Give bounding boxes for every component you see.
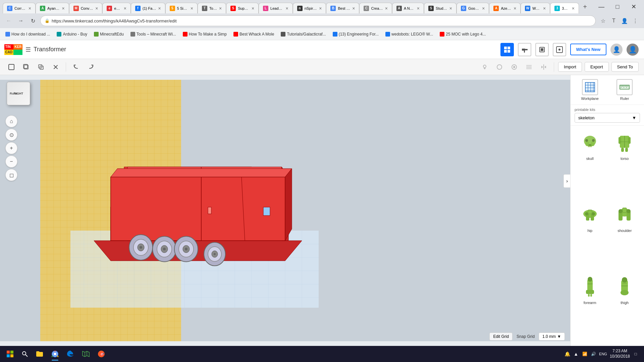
tab-close-best[interactable]: ×	[352, 6, 355, 11]
shape-icon[interactable]	[493, 61, 505, 73]
export-button[interactable]: Export	[585, 62, 609, 72]
tab-close-leader[interactable]: ×	[285, 6, 288, 11]
snap-grid-dropdown[interactable]: 1.0 mm ▼	[539, 333, 565, 341]
tab-best[interactable]: B Best P... ×	[326, 3, 359, 13]
tab-close-ayan[interactable]: ×	[62, 6, 64, 11]
cube-face-right[interactable]: Ruler RIGHT	[7, 82, 30, 105]
tab-googl[interactable]: G Googl... ×	[457, 3, 489, 13]
tab-azert[interactable]: A Azert... ×	[489, 3, 521, 13]
tab-ayan[interactable]: A Ayan -... ×	[36, 3, 69, 13]
extension-icon[interactable]: ⋮	[631, 16, 640, 25]
tab-close-fb[interactable]: ×	[158, 6, 161, 11]
tab-creat[interactable]: C Creati... ×	[359, 3, 392, 13]
kits-dropdown[interactable]: skeleton ▼	[575, 113, 640, 123]
tinkercad-logo[interactable]: TIN KER CAD	[5, 43, 21, 56]
tab-close-3d[interactable]: ×	[572, 6, 575, 11]
profile-icon[interactable]: 👤	[620, 16, 629, 25]
bookmark-item[interactable]: How do I download ...	[3, 31, 53, 38]
grid-view-button[interactable]	[500, 43, 514, 56]
view-cube[interactable]: Ruler RIGHT	[7, 82, 34, 109]
taskbar-extra-app[interactable]: 🎯	[94, 347, 109, 361]
bookmark-item[interactable]: Tutorials/Galacticraf...	[278, 31, 328, 38]
select-tool[interactable]	[5, 61, 17, 73]
taskbar-language[interactable]: ENG	[599, 352, 607, 356]
tab-corr[interactable]: C Correl... ×	[3, 3, 36, 13]
close-button[interactable]: ✕	[626, 1, 641, 12]
taskbar-search-button[interactable]	[19, 348, 31, 360]
tab-ebay[interactable]: e eBay ×	[102, 3, 131, 13]
undo-tool[interactable]	[70, 61, 82, 73]
tab-leader[interactable]: L Leader... ×	[259, 3, 293, 13]
part-shoulder[interactable]: shoulder	[608, 200, 642, 271]
tab-close-world[interactable]: ×	[543, 6, 546, 11]
bookmark-item[interactable]: MinecraftEdu	[91, 31, 126, 38]
taskbar-file-explorer[interactable]	[32, 347, 47, 361]
tab-close-tools[interactable]: ×	[219, 6, 222, 11]
zoom-out-button[interactable]: −	[5, 156, 17, 168]
part-forearm[interactable]: forearm	[573, 273, 607, 343]
delete-tool[interactable]	[50, 61, 62, 73]
tab-tools[interactable]: T Tools ×	[198, 3, 226, 13]
workplane-tool[interactable]: Workplane	[575, 79, 605, 101]
bookmark-icon[interactable]: ☆	[598, 16, 608, 25]
maximize-button[interactable]: □	[610, 1, 625, 12]
import-button[interactable]: Import	[558, 62, 582, 72]
tab-close-simp[interactable]: ×	[191, 6, 193, 11]
tab-close-azert[interactable]: ×	[514, 6, 516, 11]
taskbar-edge[interactable]	[63, 347, 78, 361]
bookmark-item[interactable]: 25 MOC with Lego 4...	[437, 31, 488, 38]
redo-tool[interactable]	[85, 61, 97, 73]
tab-close-stude[interactable]: ×	[449, 6, 452, 11]
tab-simp[interactable]: 5 5 Sim... ×	[165, 3, 198, 13]
taskbar-volume-icon[interactable]: 🔊	[590, 351, 596, 357]
tab-close-super[interactable]: ×	[252, 6, 254, 11]
perspective-button[interactable]: ◻	[5, 169, 17, 181]
bookmark-item[interactable]: wedobots: LEGO® W...	[383, 31, 436, 38]
bookmark-item[interactable]: How To Make a Simp	[180, 31, 229, 38]
whats-new-button[interactable]: What's New	[570, 44, 606, 55]
tab-3d[interactable]: 3 3D ... ×	[550, 3, 579, 13]
tab-close-nspire[interactable]: ×	[319, 6, 322, 11]
hammer-view-button[interactable]	[518, 43, 531, 56]
light-icon[interactable]	[479, 61, 491, 73]
tab-close-corr[interactable]: ×	[29, 6, 31, 11]
taskbar-maps[interactable]	[78, 347, 93, 361]
mirror-icon[interactable]	[538, 61, 550, 73]
canvas-area[interactable]: Ruler RIGHT ⌂ ⊙ + − ◻	[0, 75, 570, 346]
new-tab-button[interactable]: +	[580, 2, 590, 11]
tab-close-anot[interactable]: ×	[417, 6, 420, 11]
tab-stude[interactable]: S Stude... ×	[424, 3, 457, 13]
taskbar-notification-icon[interactable]: 🔔	[564, 351, 570, 357]
translate-icon[interactable]: T	[609, 16, 619, 25]
tab-anot[interactable]: A A Not... ×	[392, 3, 424, 13]
part-torso[interactable]: torso	[608, 128, 642, 199]
align-icon[interactable]	[523, 61, 535, 73]
part-skull[interactable]: skull	[573, 128, 607, 199]
taskbar-action-center-icon[interactable]: □	[633, 351, 639, 357]
menu-icon[interactable]: ☰	[25, 46, 31, 53]
panel-collapse-button[interactable]: ›	[564, 174, 570, 188]
zoom-in-button[interactable]: +	[5, 142, 17, 154]
duplicate-tool[interactable]	[35, 61, 47, 73]
tab-fb[interactable]: f (1) Fac... ×	[131, 3, 165, 13]
minimize-button[interactable]: —	[594, 1, 609, 12]
tab-close-googl[interactable]: ×	[482, 6, 485, 11]
start-button[interactable]	[3, 347, 17, 361]
bookmark-item[interactable]: (13) Engineering For...	[330, 31, 381, 38]
user-avatar[interactable]: 👤	[627, 44, 639, 56]
user-add-button[interactable]: 👤	[610, 44, 623, 56]
taskbar-up-arrow-icon[interactable]: ▲	[573, 351, 579, 357]
taskbar-network-icon[interactable]: 📶	[582, 351, 588, 357]
magnet-icon[interactable]	[508, 61, 520, 73]
tab-close-conv[interactable]: ×	[95, 6, 98, 11]
tab-close-ebay[interactable]: ×	[124, 6, 126, 11]
tab-close-creat[interactable]: ×	[385, 6, 388, 11]
fit-view-button[interactable]: ⊙	[5, 129, 17, 141]
part-hip[interactable]: hip	[573, 200, 607, 271]
send-to-button[interactable]: Send To	[611, 62, 639, 72]
tab-nspire[interactable]: n nSpire... ×	[293, 3, 326, 13]
part-thigh[interactable]: thigh	[608, 273, 642, 343]
edit-grid-button[interactable]: Edit Grid	[489, 333, 513, 341]
home-view-button[interactable]: ⌂	[5, 115, 17, 127]
back-button[interactable]: ←	[4, 16, 13, 25]
